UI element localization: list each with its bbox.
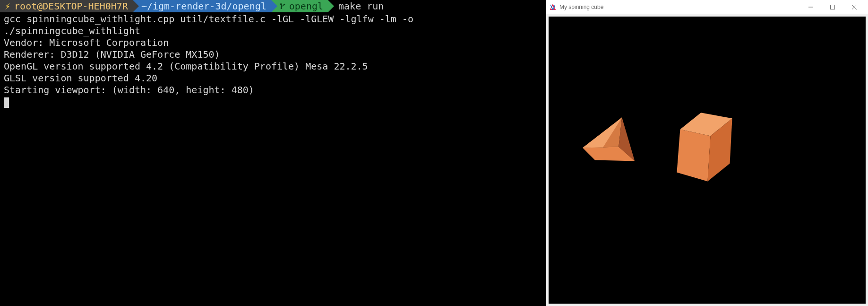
window-titlebar[interactable]: My spinning cube: [546, 0, 868, 14]
app-icon: [549, 3, 557, 11]
output-line: Starting viewport: (width: 640, height: …: [4, 84, 254, 96]
minimize-button[interactable]: [800, 0, 822, 14]
opengl-window[interactable]: My spinning cube: [546, 0, 868, 306]
terminal-cursor: [4, 97, 9, 108]
output-line: Renderer: D3D12 (NVIDIA GeForce MX150): [4, 49, 220, 60]
prompt-path: ~/igm-render-3d/opengl: [141, 0, 266, 12]
output-line: gcc spinningcube_withlight.cpp util/text…: [4, 13, 413, 25]
prompt-branch: opengl: [289, 0, 323, 12]
render-canvas: [549, 17, 866, 304]
minimize-icon: [808, 5, 813, 9]
svg-marker-5: [677, 129, 710, 181]
window-controls: [800, 0, 865, 14]
pyramid-shape: [583, 117, 635, 161]
window-title: My spinning cube: [559, 4, 800, 10]
prompt-command: make run: [328, 0, 384, 12]
prompt-branch-segment: opengl: [271, 0, 328, 12]
opengl-viewport[interactable]: [549, 17, 866, 304]
git-branch-icon: [280, 0, 286, 12]
svg-rect-1: [831, 5, 835, 9]
maximize-button[interactable]: [822, 0, 843, 14]
terminal-pane[interactable]: ⚡ root@DESKTOP-HEH0H7R ~/igm-render-3d/o…: [0, 0, 546, 306]
cube-shape: [677, 113, 732, 181]
prompt-user-host-segment: ⚡ root@DESKTOP-HEH0H7R: [0, 0, 133, 12]
close-icon: [852, 5, 857, 9]
close-button[interactable]: [843, 0, 865, 14]
output-line: OpenGL version supported 4.2 (Compatibil…: [4, 61, 368, 72]
output-line: Vendor: Microsoft Corporation: [4, 37, 169, 48]
output-line: GLSL version supported 4.20: [4, 72, 157, 84]
prompt-path-segment: ~/igm-render-3d/opengl: [133, 0, 271, 12]
lightning-icon: ⚡: [5, 0, 10, 12]
terminal-output: gcc spinningcube_withlight.cpp util/text…: [0, 12, 546, 109]
prompt-bar: ⚡ root@DESKTOP-HEH0H7R ~/igm-render-3d/o…: [0, 0, 546, 12]
output-line: ./spinningcube_withlight: [4, 25, 140, 36]
maximize-icon: [830, 5, 835, 9]
prompt-user-host: root@DESKTOP-HEH0H7R: [14, 0, 128, 12]
